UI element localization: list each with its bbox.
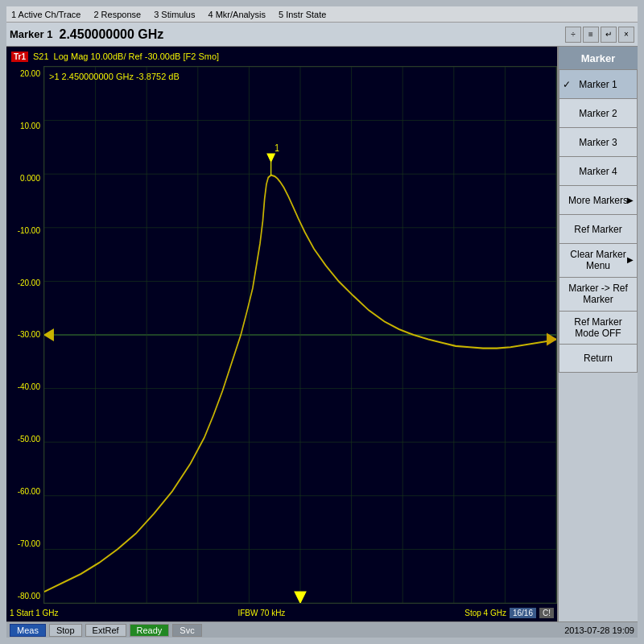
right-btn-marker4[interactable]: Marker 4 — [559, 156, 638, 185]
right-btn-return[interactable]: Return — [559, 344, 638, 373]
menu-active-ch[interactable]: 1 Active Ch/Trace — [11, 10, 80, 19]
status-extref[interactable]: ExtRef — [85, 624, 126, 637]
y-label-8: -60.00 — [6, 487, 42, 496]
menu-instr-state[interactable]: 5 Instr State — [279, 10, 326, 19]
ref-marker-label: Ref Marker — [574, 224, 621, 235]
more-markers-arrow-icon: ▶ — [627, 196, 634, 204]
page-badge: 16/16 — [510, 608, 536, 618]
status-time: 2013-07-28 19:09 — [564, 625, 634, 635]
y-label-5: -30.00 — [6, 330, 42, 339]
menu-stimulus[interactable]: 3 Stimulus — [154, 10, 195, 19]
right-panel-title: Marker — [559, 47, 638, 69]
svg-marker-25 — [44, 329, 53, 341]
status-stop[interactable]: Stop — [49, 624, 82, 637]
measurement-label: S21 — [33, 52, 49, 61]
bottom-right: Stop 4 GHz 16/16 C! — [464, 608, 554, 618]
title-btn-eq[interactable]: ≡ — [583, 27, 599, 43]
y-axis: 20.00 10.00 0.000 -10.00 -20.00 -30.00 -… — [6, 66, 43, 604]
y-label-10: -80.00 — [6, 592, 42, 601]
status-bar: Meas Stop ExtRef Ready Svc 2013-07-28 19… — [6, 621, 638, 638]
title-btn-div[interactable]: ÷ — [565, 27, 581, 43]
bottom-bar: 1 Start 1 GHz IFBW 70 kHz Stop 4 GHz 16/… — [6, 604, 557, 621]
ref-marker-mode-label: Ref Marker Mode OFF — [563, 316, 634, 340]
right-btn-ref-marker[interactable]: Ref Marker — [559, 214, 638, 243]
chart-panel: Tr1 S21 Log Mag 10.00dB/ Ref -30.00dB [F… — [6, 47, 557, 621]
y-label-9: -70.00 — [6, 539, 42, 548]
chart-body[interactable]: 20.00 10.00 0.000 -10.00 -20.00 -30.00 -… — [6, 66, 557, 604]
menu-mkr-analysis[interactable]: 4 Mkr/Analysis — [208, 10, 266, 19]
chart-grid-area: 1 >1 2.450000000 GHz -3.8752 dB — [43, 66, 557, 604]
right-btn-more-markers[interactable]: More Markers ▶ — [559, 185, 638, 214]
marker-value: 2.450000000 GHz — [59, 27, 565, 42]
y-label-3: -10.00 — [6, 226, 42, 235]
title-btn-close[interactable]: × — [618, 27, 634, 43]
stop-freq: Stop 4 GHz — [464, 609, 506, 617]
svg-marker-22 — [267, 154, 275, 162]
clear-marker-menu-label: Clear Marker Menu — [563, 249, 634, 272]
marker2-label: Marker 2 — [579, 108, 617, 119]
chart-svg: 1 — [44, 67, 556, 603]
return-label: Return — [584, 353, 613, 364]
y-label-4: -20.00 — [6, 279, 42, 287]
svg-marker-27 — [295, 592, 306, 603]
right-btn-marker3[interactable]: Marker 3 — [559, 127, 638, 156]
right-btn-marker-to-ref[interactable]: Marker -> Ref Marker — [559, 277, 638, 311]
status-meas[interactable]: Meas — [10, 624, 46, 637]
menu-bar: 1 Active Ch/Trace 2 Response 3 Stimulus … — [6, 6, 638, 23]
ifbw: IFBW 70 kHz — [237, 609, 285, 617]
marker-to-ref-label: Marker -> Ref Marker — [563, 283, 634, 306]
y-label-2: 0.000 — [6, 174, 42, 183]
right-btn-marker2[interactable]: Marker 2 — [559, 98, 638, 127]
main-area: Tr1 S21 Log Mag 10.00dB/ Ref -30.00dB [F… — [6, 47, 638, 621]
chart-content: 20.00 10.00 0.000 -10.00 -20.00 -30.00 -… — [6, 66, 557, 604]
status-svc[interactable]: Svc — [172, 624, 201, 637]
svg-text:1: 1 — [275, 143, 279, 154]
main-window: 1 Active Ch/Trace 2 Response 3 Stimulus … — [0, 0, 644, 644]
y-label-0: 20.00 — [6, 69, 42, 78]
marker4-label: Marker 4 — [579, 166, 617, 177]
title-btn-enter[interactable]: ↵ — [601, 27, 617, 43]
right-btn-ref-marker-mode[interactable]: Ref Marker Mode OFF — [559, 311, 638, 345]
start-freq: 1 Start 1 GHz — [10, 609, 59, 617]
checkmark-icon: ✓ — [563, 79, 571, 90]
title-controls: ÷ ≡ ↵ × — [565, 27, 634, 43]
right-btn-marker1[interactable]: ✓ Marker 1 — [559, 69, 638, 98]
more-markers-label: More Markers — [568, 195, 628, 206]
status-ready[interactable]: Ready — [130, 624, 170, 637]
right-panel: Marker ✓ Marker 1 Marker 2 Marker 3 Mark… — [557, 47, 638, 621]
marker3-label: Marker 3 — [579, 137, 617, 148]
c-badge: C! — [539, 608, 554, 618]
marker1-label: Marker 1 — [579, 79, 617, 90]
chart-header: Tr1 S21 Log Mag 10.00dB/ Ref -30.00dB [F… — [6, 47, 557, 66]
scale-info: Log Mag 10.00dB/ Ref -30.00dB [F2 Smo] — [54, 52, 219, 61]
menu-response[interactable]: 2 Response — [93, 10, 141, 19]
y-label-7: -50.00 — [6, 435, 42, 444]
title-bar: Marker 1 2.450000000 GHz ÷ ≡ ↵ × — [6, 23, 638, 47]
y-label-6: -40.00 — [6, 382, 42, 391]
marker-readout: >1 2.450000000 GHz -3.8752 dB — [49, 72, 180, 81]
trace-label: Tr1 — [11, 52, 28, 62]
right-btn-clear-marker-menu[interactable]: Clear Marker Menu ▶ — [559, 243, 638, 277]
clear-marker-menu-arrow-icon: ▶ — [627, 255, 634, 265]
marker-label: Marker 1 — [10, 28, 52, 40]
y-label-1: 10.00 — [6, 122, 42, 130]
